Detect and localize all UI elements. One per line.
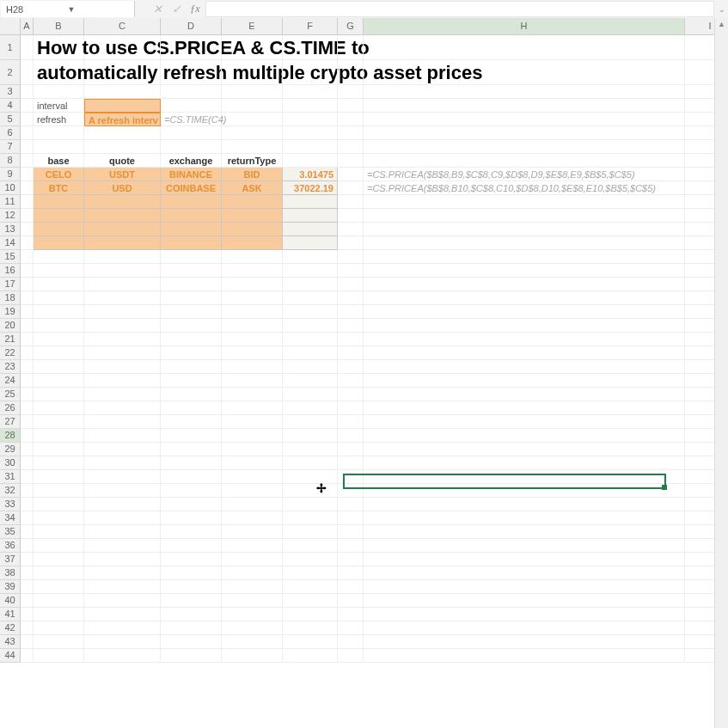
cell-E37[interactable] (222, 553, 283, 566)
cell-H35[interactable] (364, 525, 685, 539)
cell-B8[interactable]: base (34, 154, 84, 168)
cell-F40[interactable] (283, 594, 338, 608)
cell-E26[interactable] (222, 401, 283, 415)
cell-D42[interactable] (161, 621, 222, 635)
cell-F23[interactable] (283, 360, 338, 374)
cell-C4[interactable] (84, 99, 161, 113)
cell-F1[interactable] (283, 35, 338, 60)
cell-B40[interactable] (34, 594, 84, 608)
cell-F26[interactable] (283, 401, 338, 415)
cell-C37[interactable] (84, 553, 161, 566)
cell-C29[interactable] (84, 443, 161, 456)
cell-B4[interactable]: interval (34, 99, 84, 113)
cell-E19[interactable] (222, 305, 283, 319)
cell-A34[interactable] (21, 511, 34, 525)
cell-E9[interactable]: BID (222, 168, 283, 181)
cell-C12[interactable] (84, 209, 161, 223)
column-header-C[interactable]: C (84, 18, 161, 35)
column-header-D[interactable]: D (161, 18, 222, 35)
cell-B34[interactable] (34, 511, 84, 525)
cell-A16[interactable] (21, 264, 34, 278)
cell-A37[interactable] (21, 553, 34, 566)
cell-E42[interactable] (222, 621, 283, 635)
cell-G30[interactable] (338, 456, 364, 470)
cell-H5[interactable] (364, 113, 685, 126)
cell-D20[interactable] (161, 319, 222, 333)
cell-A39[interactable] (21, 580, 34, 594)
cell-G25[interactable] (338, 388, 364, 401)
row-header-19[interactable]: 19 (0, 305, 21, 319)
cell-B26[interactable] (34, 401, 84, 415)
cell-H18[interactable] (364, 291, 685, 305)
cell-B2[interactable]: automatically refresh multiple crypto as… (34, 60, 84, 85)
row-header-2[interactable]: 2 (0, 60, 21, 85)
cell-H36[interactable] (364, 539, 685, 553)
cell-B37[interactable] (34, 553, 84, 566)
cell-H24[interactable] (364, 374, 685, 388)
row-header-4[interactable]: 4 (0, 99, 21, 113)
cell-D40[interactable] (161, 594, 222, 608)
cell-E31[interactable] (222, 470, 283, 484)
cell-D21[interactable] (161, 333, 222, 346)
cell-E44[interactable] (222, 649, 283, 663)
cell-G8[interactable] (338, 154, 364, 168)
cell-C8[interactable]: quote (84, 154, 161, 168)
cell-B14[interactable] (34, 236, 84, 250)
cell-B7[interactable] (34, 140, 84, 154)
cell-D11[interactable] (161, 195, 222, 209)
cell-D12[interactable] (161, 209, 222, 223)
cell-A42[interactable] (21, 621, 34, 635)
cell-E22[interactable] (222, 346, 283, 360)
cell-E8[interactable]: returnType (222, 154, 283, 168)
cell-B3[interactable] (34, 85, 84, 99)
cell-D7[interactable] (161, 140, 222, 154)
row-header-21[interactable]: 21 (0, 333, 21, 346)
cell-E11[interactable] (222, 195, 283, 209)
cell-C39[interactable] (84, 580, 161, 594)
column-header-G[interactable]: G (338, 18, 364, 35)
cell-B1[interactable]: How to use CS.PRICEA & CS.TIME to (34, 35, 84, 60)
cell-G1[interactable] (338, 35, 364, 60)
cell-D13[interactable] (161, 223, 222, 236)
row-header-34[interactable]: 34 (0, 511, 21, 525)
cell-C17[interactable] (84, 278, 161, 291)
cell-C23[interactable] (84, 360, 161, 374)
cell-G16[interactable] (338, 264, 364, 278)
cell-A21[interactable] (21, 333, 34, 346)
cell-A10[interactable] (21, 181, 34, 195)
cell-G27[interactable] (338, 415, 364, 429)
row-header-36[interactable]: 36 (0, 539, 21, 553)
row-header-41[interactable]: 41 (0, 608, 21, 621)
cell-A44[interactable] (21, 649, 34, 663)
cell-A20[interactable] (21, 319, 34, 333)
cell-D35[interactable] (161, 525, 222, 539)
cell-H30[interactable] (364, 456, 685, 470)
cell-H28[interactable] (364, 429, 685, 443)
cell-G38[interactable] (338, 566, 364, 580)
column-header-A[interactable]: A (21, 18, 34, 35)
cell-C1[interactable] (84, 35, 161, 60)
row-header-9[interactable]: 9 (0, 168, 21, 181)
cell-D31[interactable] (161, 470, 222, 484)
cell-F31[interactable] (283, 470, 338, 484)
cell-C43[interactable] (84, 635, 161, 649)
cell-B32[interactable] (34, 484, 84, 498)
cell-D10[interactable]: COINBASE (161, 181, 222, 195)
cell-E21[interactable] (222, 333, 283, 346)
cell-B28[interactable] (34, 429, 84, 443)
cells-area[interactable]: How to use CS.PRICEA & CS.TIME toautomat… (21, 35, 728, 663)
cell-C35[interactable] (84, 525, 161, 539)
cell-C24[interactable] (84, 374, 161, 388)
cell-D33[interactable] (161, 498, 222, 511)
cell-G21[interactable] (338, 333, 364, 346)
cell-H8[interactable] (364, 154, 685, 168)
cell-D44[interactable] (161, 649, 222, 663)
cell-C7[interactable] (84, 140, 161, 154)
cell-F2[interactable] (283, 60, 338, 85)
cell-E28[interactable] (222, 429, 283, 443)
cell-G9[interactable] (338, 168, 364, 181)
scroll-up-icon[interactable]: ▲ (715, 18, 728, 31)
row-header-12[interactable]: 12 (0, 209, 21, 223)
row-header-22[interactable]: 22 (0, 346, 21, 360)
row-header-40[interactable]: 40 (0, 594, 21, 608)
